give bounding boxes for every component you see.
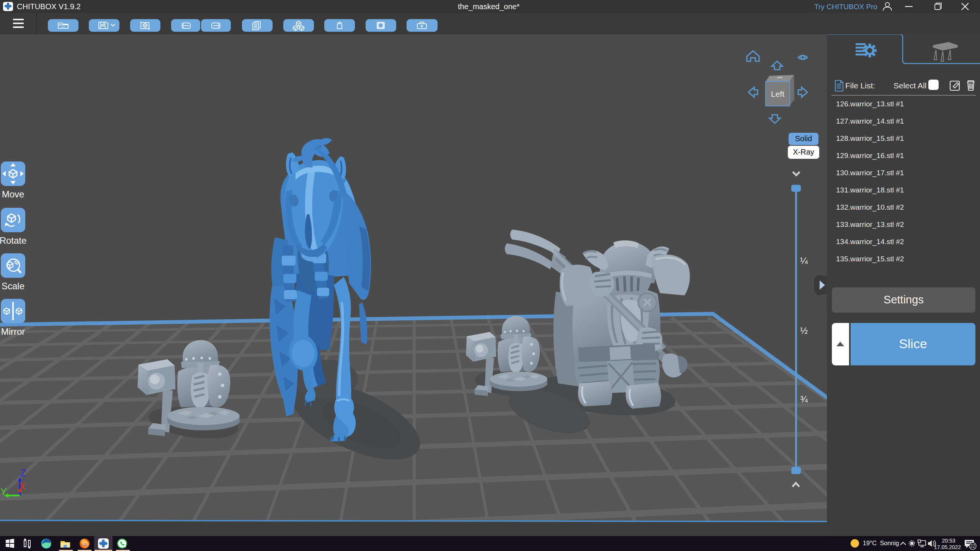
svg-text:Z: Z bbox=[20, 468, 26, 478]
svg-text:¼: ¼ bbox=[800, 256, 808, 266]
svg-text:½: ½ bbox=[800, 325, 808, 336]
svg-text:Left: Left bbox=[771, 90, 784, 98]
svg-text:¾: ¾ bbox=[800, 394, 808, 404]
